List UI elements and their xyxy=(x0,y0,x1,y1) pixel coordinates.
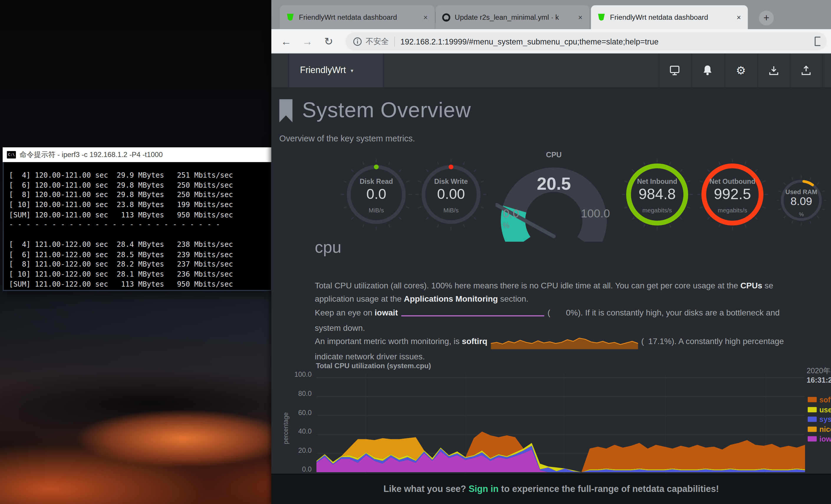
chart-legend: softusesysniceiow xyxy=(808,395,831,444)
gauge-unit: megabits/s xyxy=(620,207,694,213)
gauge-disk-write[interactable]: Disk Write 0.00 MiB/s xyxy=(414,157,488,232)
gauge-label: Disk Read xyxy=(339,178,413,185)
close-icon[interactable]: × xyxy=(575,13,585,22)
terminal-title: 命令提示符 - iperf3 -c 192.168.1.2 -P4 -t1000 xyxy=(20,150,163,159)
legend-swatch xyxy=(808,426,817,432)
download-icon[interactable] xyxy=(767,64,780,77)
forward-button[interactable]: → xyxy=(299,34,315,50)
legend-label: iow xyxy=(819,435,831,443)
back-button[interactable]: ← xyxy=(278,34,294,50)
github-favicon xyxy=(442,13,451,22)
help-line: An important metric worth monitoring, is… xyxy=(315,335,784,350)
gauge-value: 8.09 xyxy=(775,195,828,208)
close-icon[interactable]: × xyxy=(421,13,430,22)
tab-github-update[interactable]: Update r2s_lean_minimal.yml · k × xyxy=(435,5,590,29)
display-icon[interactable] xyxy=(668,64,681,77)
terminal-titlebar[interactable]: C:\ 命令提示符 - iperf3 -c 192.168.1.2 -P4 -t… xyxy=(3,147,272,162)
close-icon[interactable]: × xyxy=(734,13,743,22)
terminal-line xyxy=(9,230,271,239)
terminal-line: [ 4] 121.00-122.00 sec 28.4 MBytes 238 M… xyxy=(9,239,271,249)
sign-in-link[interactable]: Sign in xyxy=(468,484,498,494)
gauge-min: 0.0 xyxy=(503,207,519,220)
browser-toolbar: ← → ↻ 不安全 192.168.2.1:19999/#menu_system… xyxy=(271,29,831,54)
navbar-separator xyxy=(691,54,692,88)
navbar-separator xyxy=(659,54,659,88)
chevron-down-icon: ▾ xyxy=(351,67,353,73)
bookmark-star-icon[interactable] xyxy=(814,36,821,46)
gauge-value: 0.0 xyxy=(339,186,413,203)
url-text[interactable]: 192.168.2.1:19999/#menu_system_submenu_c… xyxy=(400,37,815,46)
gauge-label: Net Outbound xyxy=(695,178,770,185)
legend-label: soft xyxy=(819,395,831,404)
terminal-line: [ 10] 120.00-121.00 sec 23.8 MBytes 199 … xyxy=(9,200,271,210)
section-title-cpu: cpu xyxy=(315,238,341,257)
legend-item-system[interactable]: sys xyxy=(808,414,831,424)
reload-button[interactable]: ↻ xyxy=(321,34,337,50)
help-line: application usage at the Applications Mo… xyxy=(315,292,784,306)
terminal-line: [ 6] 120.00-121.00 sec 29.8 MBytes 250 M… xyxy=(9,180,271,190)
gauge-disk-read[interactable]: Disk Read 0.0 MiB/s xyxy=(339,157,413,232)
gauge-net-outbound[interactable]: Net Outbound 992.5 megabits/s xyxy=(695,157,770,232)
bell-icon[interactable] xyxy=(701,64,714,77)
gauge-label: CPU xyxy=(496,150,612,159)
terminal-line: [ 8] 120.00-121.00 sec 29.8 MBytes 250 M… xyxy=(9,190,271,200)
cmd-icon: C:\ xyxy=(7,151,16,158)
new-tab-button[interactable]: + xyxy=(759,10,774,25)
help-line: system down. xyxy=(315,321,784,335)
link-cpus[interactable]: CPUs xyxy=(740,281,762,290)
security-label[interactable]: 不安全 xyxy=(366,36,389,46)
navbar-separator xyxy=(725,54,725,88)
page-subtitle: Overview of the key system metrics. xyxy=(279,134,415,144)
netdata-page: FriendlyWrt ▾ ⚙ xyxy=(271,54,831,504)
gauge-unit: % xyxy=(503,221,510,230)
y-axis-label: percentage xyxy=(282,402,289,455)
legend-swatch xyxy=(808,397,817,403)
link-applications-monitoring[interactable]: Applications Monitoring xyxy=(404,294,498,303)
cpu-help-text: Total CPU utilization (all cores). 100% … xyxy=(315,279,784,363)
upload-icon[interactable] xyxy=(800,64,812,77)
gauge-label: Net Inbound xyxy=(620,178,694,185)
chart-title: Total CPU utilization (system.cpu) xyxy=(316,362,431,370)
terminal-line: [ 4] 120.00-121.00 sec 29.9 MBytes 251 M… xyxy=(9,170,271,180)
tab-friendlywrt-dashboard-1[interactable]: FriendlyWrt netdata dashboard × xyxy=(280,5,435,29)
legend-item-softirq[interactable]: soft xyxy=(808,395,831,405)
url-bar[interactable]: 不安全 192.168.2.1:19999/#menu_system_subme… xyxy=(346,32,827,50)
gauge-unit: megabits/s xyxy=(695,207,770,213)
y-tick: 0.0 xyxy=(281,466,312,473)
legend-item-nice[interactable]: nice xyxy=(808,424,831,434)
gauge-used-ram[interactable]: Used RAM 8.09 % xyxy=(775,174,828,227)
host-dropdown[interactable]: FriendlyWrt ▾ xyxy=(288,54,384,88)
gauge-value: 984.8 xyxy=(620,186,694,203)
page-title: System Overview xyxy=(302,98,471,122)
gauge-cpu[interactable]: CPU 20.5 0.0 100.0 % xyxy=(496,152,612,242)
legend-swatch xyxy=(808,436,817,442)
bookmark-icon xyxy=(279,99,293,122)
y-tick: 100.0 xyxy=(281,370,312,379)
gear-icon[interactable]: ⚙ xyxy=(735,64,747,77)
info-icon[interactable] xyxy=(353,37,362,46)
tab-title: FriendlyWrt netdata dashboard xyxy=(299,13,419,21)
softirq-sparkline[interactable] xyxy=(491,337,638,350)
help-line: Keep an eye on iowait (0%). If it is con… xyxy=(315,305,784,321)
terminal-window[interactable]: C:\ 命令提示符 - iperf3 -c 192.168.1.2 -P4 -t… xyxy=(3,147,272,291)
gauge-label: Disk Write xyxy=(414,178,488,185)
iowait-sparkline[interactable] xyxy=(401,308,544,321)
legend-label: sys xyxy=(819,415,831,423)
gauge-value: 20.5 xyxy=(496,174,612,194)
gauge-value: 0.00 xyxy=(414,186,488,203)
terminal-output[interactable]: [ 4] 120.00-121.00 sec 29.9 MBytes 251 M… xyxy=(3,162,272,291)
gauge-net-inbound[interactable]: Net Inbound 984.8 megabits/s xyxy=(620,157,694,232)
tab-strip: FriendlyWrt netdata dashboard × Update r… xyxy=(271,0,831,29)
signin-text: to experience the full-range of netdata … xyxy=(498,484,719,494)
cpu-utilization-chart[interactable] xyxy=(316,374,805,474)
terminal-line: [ 6] 121.00-122.00 sec 28.5 MBytes 239 M… xyxy=(9,249,271,260)
tab-title: Update r2s_lean_minimal.yml · k xyxy=(455,13,573,21)
legend-item-iowait[interactable]: iow xyxy=(808,434,831,444)
chart-timestamp: 2020年316:31:2 xyxy=(806,366,831,385)
tab-friendlywrt-dashboard-2-active[interactable]: FriendlyWrt netdata dashboard × xyxy=(591,5,748,29)
terminal-line: [SUM] 121.00-122.00 sec 113 MBytes 950 M… xyxy=(9,279,271,289)
gauge-max: 100.0 xyxy=(581,207,610,220)
netdata-favicon xyxy=(597,13,606,22)
legend-item-user[interactable]: use xyxy=(808,405,831,414)
navbar-separator xyxy=(757,54,758,88)
